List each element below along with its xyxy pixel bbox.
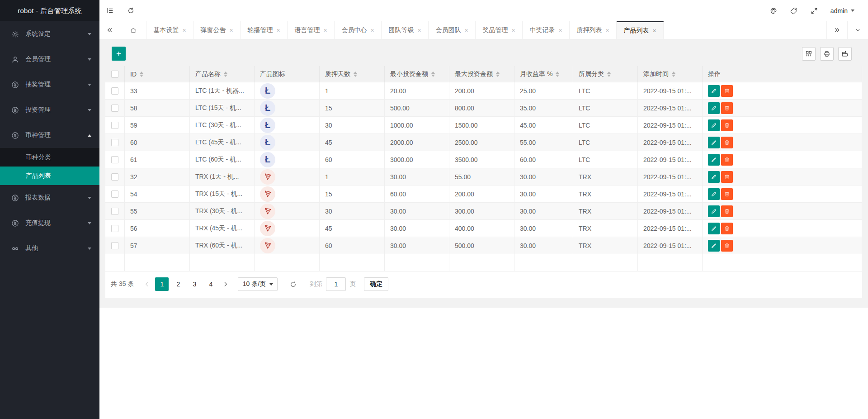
edit-button[interactable] <box>708 154 720 166</box>
tab-奖品管理[interactable]: 奖品管理× <box>476 21 523 39</box>
delete-button[interactable] <box>721 154 733 166</box>
sort-asc-icon[interactable] <box>224 70 227 74</box>
page-button-3[interactable]: 3 <box>188 277 201 291</box>
tab-产品列表[interactable]: 产品列表× <box>617 21 664 39</box>
admin-dropdown[interactable]: admin <box>830 7 854 14</box>
sidebar-item-充值提现[interactable]: 充值提现 <box>0 210 99 236</box>
edit-button[interactable] <box>708 137 720 148</box>
tab-close-icon[interactable]: × <box>652 28 656 34</box>
refresh-icon[interactable] <box>120 0 141 21</box>
sort-desc-icon[interactable] <box>496 75 500 79</box>
edit-button[interactable] <box>708 240 720 252</box>
sort-asc-icon[interactable] <box>354 70 357 74</box>
sidebar-item-报表数据[interactable]: 报表数据 <box>0 185 99 210</box>
sort-desc-icon[interactable] <box>431 75 435 79</box>
sort-icon[interactable] <box>354 70 357 79</box>
pagination-refresh-icon[interactable] <box>289 281 297 288</box>
tab-弹窗公告[interactable]: 弹窗公告× <box>193 21 241 39</box>
edit-button[interactable] <box>708 205 720 217</box>
prev-page-icon[interactable] <box>140 277 154 291</box>
tab-会员中心[interactable]: 会员中心× <box>335 21 382 39</box>
add-product-button[interactable]: + <box>112 47 126 61</box>
tab-close-icon[interactable]: × <box>511 27 515 33</box>
tab-团队等级[interactable]: 团队等级× <box>382 21 429 39</box>
sort-asc-icon[interactable] <box>496 70 500 74</box>
tab-close-icon[interactable]: × <box>558 27 562 33</box>
tab-close-icon[interactable]: × <box>370 27 374 33</box>
sort-asc-icon[interactable] <box>672 70 675 74</box>
edit-button[interactable] <box>708 188 720 200</box>
row-checkbox[interactable] <box>111 173 118 181</box>
delete-button[interactable] <box>721 188 733 200</box>
tab-中奖记录[interactable]: 中奖记录× <box>523 21 570 39</box>
collapse-sidebar-icon[interactable] <box>99 0 120 21</box>
fullscreen-icon[interactable] <box>810 7 818 15</box>
edit-button[interactable] <box>708 119 720 131</box>
tab-close-icon[interactable]: × <box>323 27 327 33</box>
tabs-menu-icon[interactable] <box>847 21 868 39</box>
home-tab[interactable] <box>120 21 146 39</box>
page-size-select[interactable]: 10 条/页 <box>238 277 278 291</box>
sort-desc-icon[interactable] <box>607 75 611 79</box>
sort-asc-icon[interactable] <box>140 70 143 74</box>
row-checkbox[interactable] <box>111 105 118 112</box>
sidebar-item-系统设定[interactable]: 系统设定 <box>0 21 99 47</box>
page-button-2[interactable]: 2 <box>171 277 185 291</box>
row-checkbox[interactable] <box>111 190 118 198</box>
tab-close-icon[interactable]: × <box>464 27 468 33</box>
sort-icon[interactable] <box>224 70 227 79</box>
row-checkbox[interactable] <box>111 225 118 232</box>
sort-desc-icon[interactable] <box>224 75 227 79</box>
tab-语言管理[interactable]: 语言管理× <box>288 21 335 39</box>
edit-button[interactable] <box>708 171 720 183</box>
delete-button[interactable] <box>721 171 733 183</box>
theme-palette-icon[interactable] <box>769 7 778 15</box>
sidebar-subitem-产品列表[interactable]: 产品列表 <box>0 167 99 185</box>
tab-轮播管理[interactable]: 轮播管理× <box>241 21 288 39</box>
tab-close-icon[interactable]: × <box>182 27 186 33</box>
tab-会员团队[interactable]: 会员团队× <box>429 21 476 39</box>
export-icon[interactable] <box>838 47 852 61</box>
sort-asc-icon[interactable] <box>556 70 559 74</box>
goto-page-input[interactable] <box>326 277 346 291</box>
edit-button[interactable] <box>708 102 720 114</box>
sort-icon[interactable] <box>672 70 675 79</box>
delete-button[interactable] <box>721 85 733 97</box>
delete-button[interactable] <box>721 205 733 217</box>
page-button-4[interactable]: 4 <box>204 277 217 291</box>
row-checkbox[interactable] <box>111 87 118 95</box>
sort-desc-icon[interactable] <box>556 75 559 79</box>
sidebar-item-会员管理[interactable]: 会员管理 <box>0 47 99 72</box>
tab-质押列表[interactable]: 质押列表× <box>570 21 617 39</box>
delete-button[interactable] <box>721 102 733 114</box>
select-all-checkbox[interactable] <box>111 71 118 78</box>
sidebar-subitem-币种分类[interactable]: 币种分类 <box>0 148 99 167</box>
sort-asc-icon[interactable] <box>607 70 611 74</box>
sort-icon[interactable] <box>140 70 143 79</box>
sort-desc-icon[interactable] <box>140 75 143 79</box>
print-icon[interactable] <box>820 47 834 61</box>
tabs-scroll-left-icon[interactable] <box>99 21 120 39</box>
row-checkbox[interactable] <box>111 208 118 215</box>
sidebar-item-抽奖管理[interactable]: 抽奖管理 <box>0 72 99 97</box>
sort-icon[interactable] <box>496 70 500 79</box>
sidebar-item-币种管理[interactable]: 币种管理 <box>0 123 99 148</box>
delete-button[interactable] <box>721 119 733 131</box>
tab-close-icon[interactable]: × <box>605 27 609 33</box>
edit-button[interactable] <box>708 223 720 234</box>
sort-asc-icon[interactable] <box>431 70 435 74</box>
tabs-scroll-right-icon[interactable] <box>826 21 847 39</box>
delete-button[interactable] <box>721 223 733 234</box>
toggle-columns-icon[interactable] <box>802 47 816 61</box>
sort-icon[interactable] <box>607 70 611 79</box>
sort-icon[interactable] <box>431 70 435 79</box>
row-checkbox[interactable] <box>111 122 118 129</box>
next-page-icon[interactable] <box>219 277 232 291</box>
tab-close-icon[interactable]: × <box>417 27 421 33</box>
sort-desc-icon[interactable] <box>354 75 357 79</box>
tag-icon[interactable] <box>790 7 798 15</box>
sidebar-item-投资管理[interactable]: 投资管理 <box>0 97 99 123</box>
row-checkbox[interactable] <box>111 156 118 163</box>
goto-confirm-button[interactable]: 确定 <box>364 277 388 291</box>
tab-close-icon[interactable]: × <box>276 27 280 33</box>
